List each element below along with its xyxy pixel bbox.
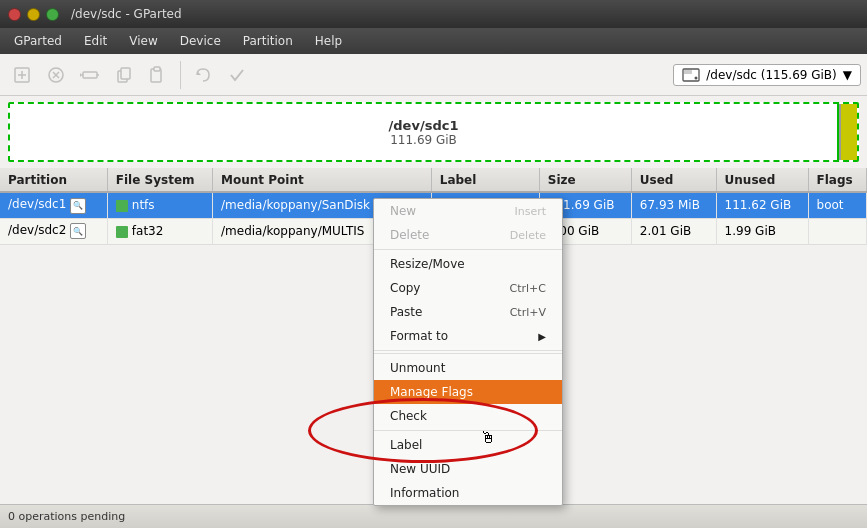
context-menu-item-copy[interactable]: CopyCtrl+C <box>374 276 562 300</box>
context-menu-separator <box>374 353 562 354</box>
ctx-item-label: New UUID <box>390 462 450 476</box>
disk-partition-size: 111.69 GiB <box>390 133 457 147</box>
partition-cell: /dev/sdc2 🔍 <box>0 218 107 244</box>
context-menu-item-new: NewInsert <box>374 199 562 223</box>
svg-rect-6 <box>83 72 97 78</box>
table-header-row: Partition File System Mount Point Label … <box>0 168 867 192</box>
col-unused: Unused <box>716 168 808 192</box>
flags-cell <box>808 218 866 244</box>
context-menu-item-label[interactable]: Label <box>374 433 562 457</box>
menu-item-help[interactable]: Help <box>305 31 352 51</box>
svg-point-16 <box>695 76 698 79</box>
context-menu: NewInsertDeleteDeleteResize/MoveCopyCtrl… <box>373 198 563 506</box>
used-cell: 67.93 MiB <box>631 192 716 218</box>
new-toolbar-btn[interactable] <box>6 59 38 91</box>
col-flags: Flags <box>808 168 866 192</box>
titlebar: /dev/sdc - GParted <box>0 0 867 28</box>
menu-item-device[interactable]: Device <box>170 31 231 51</box>
context-menu-item-check[interactable]: Check <box>374 404 562 428</box>
svg-rect-11 <box>121 68 130 79</box>
ctx-item-label: Resize/Move <box>390 257 465 271</box>
fs-badge <box>116 200 128 212</box>
fs-value: ntfs <box>116 198 155 212</box>
menu-item-view[interactable]: View <box>119 31 167 51</box>
context-menu-separator <box>374 249 562 250</box>
partition-name: /dev/sdc1 🔍 <box>8 197 89 211</box>
ctx-item-label: Label <box>390 438 422 452</box>
fs-cell: fat32 <box>107 218 212 244</box>
ctx-item-shortcut: Delete <box>510 229 546 242</box>
toolbar-sep-1 <box>180 61 181 89</box>
copy-toolbar-btn[interactable] <box>108 59 140 91</box>
delete-toolbar-btn[interactable] <box>40 59 72 91</box>
flags-cell: boot <box>808 192 866 218</box>
close-button[interactable] <box>8 8 21 21</box>
disk-selector[interactable]: /dev/sdc (115.69 GiB) ▼ <box>673 64 861 86</box>
disk-partition-label: /dev/sdc1 <box>389 118 459 133</box>
ctx-item-label: Check <box>390 409 427 423</box>
menubar: GPartedEditViewDevicePartitionHelp <box>0 28 867 54</box>
disk-main-partition: /dev/sdc1 111.69 GiB <box>10 104 839 160</box>
disk-small-partition <box>839 104 857 160</box>
context-menu-item-delete: DeleteDelete <box>374 223 562 247</box>
ctx-item-label: Delete <box>390 228 429 242</box>
fs-value: fat32 <box>116 224 164 238</box>
context-menu-item-manage-flags[interactable]: Manage Flags <box>374 380 562 404</box>
menu-item-edit[interactable]: Edit <box>74 31 117 51</box>
ctx-item-label: Information <box>390 486 459 500</box>
disk-visual: /dev/sdc1 111.69 GiB <box>8 102 859 162</box>
context-menu-separator <box>374 350 562 351</box>
fs-cell: ntfs <box>107 192 212 218</box>
apply-toolbar-btn[interactable] <box>221 59 253 91</box>
ctx-item-label: Unmount <box>390 361 445 375</box>
col-filesystem: File System <box>107 168 212 192</box>
col-partition: Partition <box>0 168 107 192</box>
svg-marker-8 <box>80 73 81 77</box>
unused-cell: 1.99 GiB <box>716 218 808 244</box>
ctx-item-label: Paste <box>390 305 422 319</box>
disk-selector-arrow: ▼ <box>843 68 852 82</box>
disk-selector-label: /dev/sdc (115.69 GiB) <box>706 68 837 82</box>
col-mountpoint: Mount Point <box>213 168 432 192</box>
resize-toolbar-btn[interactable] <box>74 59 106 91</box>
col-size: Size <box>539 168 631 192</box>
ctx-item-arrow: ▶ <box>538 331 546 342</box>
partition-name: /dev/sdc2 🔍 <box>8 223 89 237</box>
fs-badge <box>116 226 128 238</box>
partition-cell: /dev/sdc1 🔍 <box>0 192 107 218</box>
ctx-item-shortcut: Ctrl+C <box>510 282 546 295</box>
context-menu-separator <box>374 430 562 431</box>
status-text: 0 operations pending <box>8 510 125 523</box>
context-menu-item-unmount[interactable]: Unmount <box>374 356 562 380</box>
statusbar: 0 operations pending <box>0 504 867 528</box>
partition-search-icon[interactable]: 🔍 <box>70 223 86 239</box>
partition-search-icon[interactable]: 🔍 <box>70 198 86 214</box>
paste-toolbar-btn[interactable] <box>142 59 174 91</box>
context-menu-item-new-uuid[interactable]: New UUID <box>374 457 562 481</box>
ctx-item-label: Manage Flags <box>390 385 473 399</box>
context-menu-item-format-to[interactable]: Format to▶ <box>374 324 562 348</box>
svg-rect-17 <box>684 70 692 74</box>
unused-cell: 111.62 GiB <box>716 192 808 218</box>
ctx-item-label: Copy <box>390 281 420 295</box>
window-title: /dev/sdc - GParted <box>71 7 182 21</box>
undo-toolbar-btn[interactable] <box>187 59 219 91</box>
used-cell: 2.01 GiB <box>631 218 716 244</box>
ctx-item-shortcut: Ctrl+V <box>510 306 546 319</box>
ctx-item-label: New <box>390 204 416 218</box>
toolbar: /dev/sdc (115.69 GiB) ▼ <box>0 54 867 96</box>
ctx-item-shortcut: Insert <box>514 205 546 218</box>
menu-item-gparted[interactable]: GParted <box>4 31 72 51</box>
minimize-button[interactable] <box>27 8 40 21</box>
context-menu-item-information[interactable]: Information <box>374 481 562 505</box>
maximize-button[interactable] <box>46 8 59 21</box>
context-menu-item-paste[interactable]: PasteCtrl+V <box>374 300 562 324</box>
col-used: Used <box>631 168 716 192</box>
context-menu-item-resize/move[interactable]: Resize/Move <box>374 252 562 276</box>
ctx-item-label: Format to <box>390 329 448 343</box>
menu-item-partition[interactable]: Partition <box>233 31 303 51</box>
col-label: Label <box>431 168 539 192</box>
svg-rect-13 <box>154 67 160 71</box>
